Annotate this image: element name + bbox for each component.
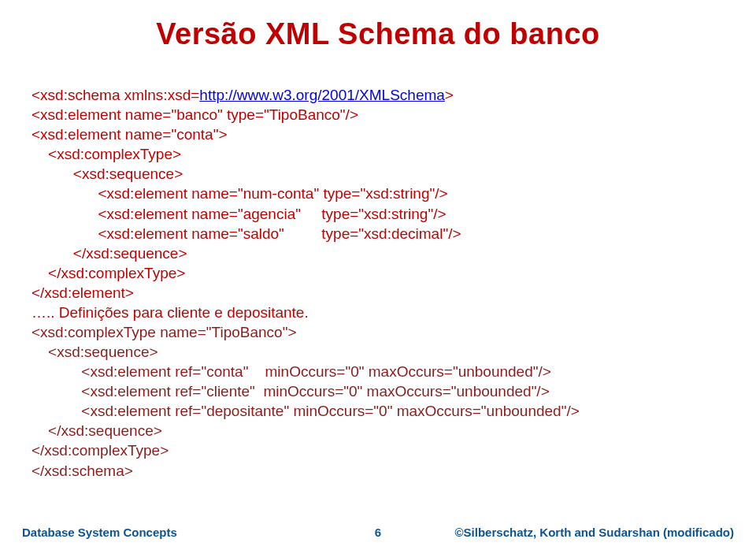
code-line: <xsd:element name="agencia" type="xsd:st… bbox=[32, 206, 447, 222]
footer-page-number: 6 bbox=[375, 526, 381, 539]
code-line: <xsd:element name="num-conta" type="xsd:… bbox=[32, 185, 448, 202]
code-line: </xsd:complexType> bbox=[32, 265, 185, 281]
code-line: ….. Definições para cliente e depositant… bbox=[32, 304, 309, 321]
code-line: <xsd:element name="banco" type="TipoBanc… bbox=[32, 106, 358, 123]
slide-title: Versão XML Schema do banco bbox=[32, 17, 724, 51]
code-line: <xsd:sequence> bbox=[32, 344, 158, 360]
code-line: <xsd:element name="conta"> bbox=[32, 126, 228, 143]
code-line: <xsd:complexType name="TipoBanco"> bbox=[32, 324, 297, 340]
footer-right: ©Silberschatz, Korth and Sudarshan (modi… bbox=[455, 526, 734, 539]
slide-footer: Database System Concepts 6 ©Silberschatz… bbox=[0, 526, 756, 539]
code-line: <xsd:element ref="depositante" minOccurs… bbox=[32, 403, 580, 419]
code-line: <xsd:sequence> bbox=[32, 165, 183, 182]
code-line: <xsd:element ref="conta" minOccurs="0" m… bbox=[32, 363, 551, 380]
code-line: <xsd:element ref="cliente" minOccurs="0"… bbox=[32, 383, 550, 399]
code-line: <xsd:complexType> bbox=[32, 146, 181, 162]
slide: Versão XML Schema do banco <xsd:schema x… bbox=[0, 0, 756, 481]
code-line: </xsd:sequence> bbox=[32, 422, 162, 439]
code-line: <xsd:element name="saldo" type="xsd:deci… bbox=[32, 225, 461, 242]
code-block: <xsd:schema xmlns:xsd=http://www.w3.org/… bbox=[32, 65, 724, 481]
schema-url-link[interactable]: http://www.w3.org/2001/XMLSchema bbox=[199, 87, 445, 103]
code-line: </xsd:complexType> bbox=[32, 442, 169, 459]
line-schema-open: <xsd:schema xmlns:xsd=http://www.w3.org/… bbox=[32, 87, 454, 103]
code-line: </xsd:schema> bbox=[32, 463, 133, 479]
schema-prefix: <xsd:schema xmlns:xsd= bbox=[32, 87, 199, 103]
footer-left: Database System Concepts bbox=[22, 526, 177, 539]
code-line: </xsd:sequence> bbox=[32, 245, 187, 262]
schema-suffix: > bbox=[445, 87, 454, 103]
code-line: </xsd:element> bbox=[32, 284, 134, 301]
